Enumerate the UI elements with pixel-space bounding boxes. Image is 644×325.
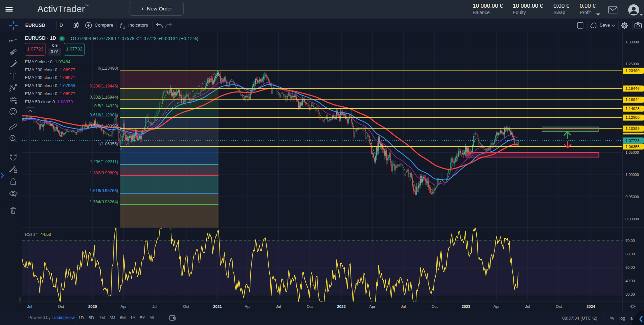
svg-text:Oct: Oct [432,304,438,309]
svg-text:Oct: Oct [307,304,313,309]
svg-text:50.00: 50.00 [625,265,635,269]
svg-text:2023: 2023 [462,304,470,309]
svg-text:1(1.06355): 1(1.06355) [98,142,118,146]
svg-text:Jul: Jul [152,304,158,309]
svg-text:0.5(1.14923): 0.5(1.14923) [94,104,118,108]
svg-text:0.786(1.10399): 0.786(1.10399) [90,124,118,129]
svg-text:1.10399: 1.10399 [625,127,640,131]
svg-text:0.236(1.19446): 0.236(1.19446) [90,84,118,88]
svg-text:44.53: 44.53 [40,232,51,237]
svg-text:Apr: Apr [121,304,127,309]
svg-text:RSI 14: RSI 14 [25,232,38,237]
svg-text:1.07723: 1.07723 [625,139,640,143]
svg-text:30.00: 30.00 [625,292,635,296]
svg-text:0.90000: 0.90000 [625,217,639,221]
svg-text:1.14923: 1.14923 [625,107,640,111]
svg-text:Jul: Jul [401,304,406,309]
svg-text:1.00000: 1.00000 [625,173,639,177]
svg-text:Oct: Oct [58,304,64,309]
svg-text:Oct: Oct [183,304,190,309]
svg-text:1.236(1.02311): 1.236(1.02311) [90,159,118,164]
svg-text:1.05000: 1.05000 [625,150,639,154]
svg-text:0.618(1.12901): 0.618(1.12901) [90,113,118,117]
svg-text:1.06355: 1.06355 [625,145,640,149]
svg-text:1.16944: 1.16944 [625,98,640,102]
svg-text:Jul: Jul [525,304,530,309]
svg-text:Oct: Oct [556,304,562,309]
svg-text:Apr: Apr [245,304,251,309]
svg-text:Apr: Apr [494,304,500,309]
svg-text:1.19446: 1.19446 [625,86,640,91]
svg-text:1.25000: 1.25000 [625,62,639,66]
svg-text:70.00: 70.00 [625,239,635,243]
svg-text:1.764(0.93264): 1.764(0.93264) [90,200,118,204]
svg-text:f: f [120,22,123,28]
svg-text:1.30000: 1.30000 [625,40,639,44]
svg-text:2022: 2022 [337,304,346,309]
svg-text:1.382(0.99809): 1.382(0.99809) [90,171,118,175]
svg-text:0.95000: 0.95000 [625,195,639,199]
svg-text:2020: 2020 [88,304,97,309]
svg-text:0.382(1.16944): 0.382(1.16944) [90,95,118,100]
svg-text:1.23490: 1.23490 [625,69,640,73]
svg-text:1.618(0.95766): 1.618(0.95766) [90,188,118,193]
svg-text:Jul: Jul [27,304,32,309]
svg-text:60.00: 60.00 [625,252,635,256]
svg-text:Apr: Apr [369,304,375,309]
svg-text:2024: 2024 [586,304,595,309]
svg-text:Jul: Jul [276,304,281,309]
svg-text:40.00: 40.00 [625,279,635,283]
svg-text:1.12900: 1.12900 [625,115,640,119]
svg-text:x: x [123,26,125,29]
svg-text:2021: 2021 [213,304,222,309]
svg-text:0(1.23490): 0(1.23490) [98,66,118,71]
